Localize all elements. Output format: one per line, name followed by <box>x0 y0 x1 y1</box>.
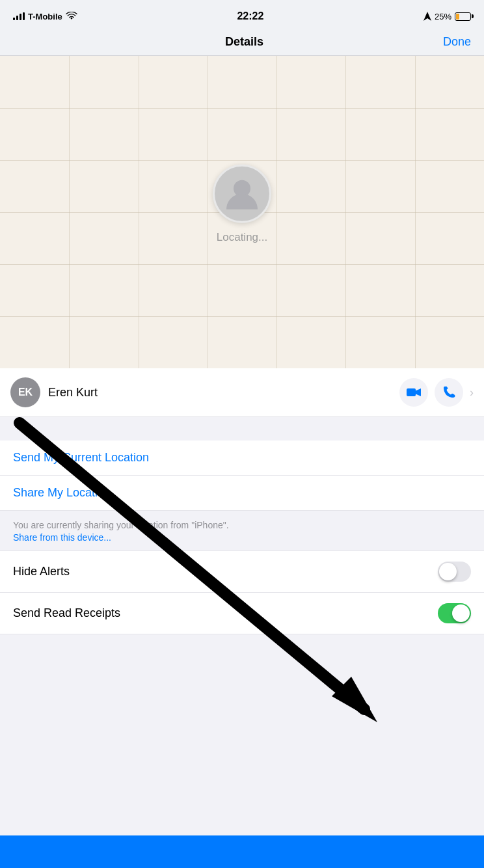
send-read-receipts-thumb <box>452 604 470 622</box>
status-right: 25% <box>424 12 471 21</box>
video-icon <box>407 387 421 398</box>
svg-rect-1 <box>407 388 416 396</box>
bottom-bar <box>0 835 484 868</box>
map-avatar <box>213 165 271 223</box>
battery-percent: 25% <box>435 12 451 21</box>
send-current-location-label: Send My Current Location <box>13 451 149 465</box>
status-left: T-Mobile <box>13 12 77 21</box>
hide-alerts-row: Hide Alerts <box>0 551 484 593</box>
signal-bar-1 <box>13 18 15 20</box>
done-button[interactable]: Done <box>443 35 471 49</box>
signal-bars <box>13 12 25 20</box>
info-text: You are currently sharing your location … <box>13 519 471 532</box>
carrier-name: T-Mobile <box>28 12 62 21</box>
chevron-right-icon: › <box>470 386 474 400</box>
grid-v-6 <box>415 56 416 368</box>
signal-bar-3 <box>20 14 21 20</box>
location-icon <box>424 12 431 21</box>
section-separator-1 <box>0 417 484 441</box>
info-section: You are currently sharing your location … <box>0 511 484 551</box>
send-read-receipts-toggle[interactable] <box>438 603 471 623</box>
contact-name: Eren Kurt <box>48 386 392 400</box>
send-read-receipts-label: Send Read Receipts <box>13 606 120 620</box>
grid-v-5 <box>345 56 346 368</box>
share-location-label: Share My Location <box>13 486 111 500</box>
grid-h-4 <box>0 264 484 265</box>
battery-icon <box>455 12 471 21</box>
phone-call-button[interactable] <box>435 378 463 407</box>
map-area: Locating... <box>0 56 484 368</box>
nav-title: Details <box>225 35 263 49</box>
contact-actions: › <box>399 378 474 407</box>
wifi-icon <box>66 12 77 21</box>
send-read-receipts-row: Send Read Receipts <box>0 593 484 634</box>
grid-h-2 <box>0 160 484 161</box>
video-call-button[interactable] <box>399 378 428 407</box>
locating-text: Locating... <box>217 231 267 244</box>
share-location-item[interactable]: Share My Location <box>0 476 484 511</box>
nav-bar: Details Done <box>0 29 484 56</box>
contact-row: EK Eren Kurt › <box>0 368 484 417</box>
hide-alerts-thumb <box>439 563 457 580</box>
grid-v-2 <box>139 56 139 368</box>
grid-v-3 <box>208 56 208 368</box>
share-from-device-link[interactable]: Share from this device... <box>13 532 471 543</box>
grid-h-1 <box>0 108 484 109</box>
signal-bar-2 <box>16 16 18 20</box>
battery-fill <box>456 14 459 20</box>
signal-bar-4 <box>23 12 25 20</box>
svg-marker-3 <box>332 677 377 722</box>
contact-avatar: EK <box>10 377 40 407</box>
status-time: 22:22 <box>237 10 263 22</box>
hide-alerts-toggle[interactable] <box>438 562 471 582</box>
map-avatar-container: Locating... <box>213 165 271 244</box>
person-silhouette <box>222 174 262 213</box>
screen-container: T-Mobile 22:22 25% Details <box>0 0 484 868</box>
battery-indicator <box>455 12 471 21</box>
grid-h-5 <box>0 316 484 317</box>
phone-icon <box>442 386 455 399</box>
grid-v-4 <box>276 56 277 368</box>
send-current-location-item[interactable]: Send My Current Location <box>0 441 484 476</box>
status-bar: T-Mobile 22:22 25% <box>0 0 484 29</box>
hide-alerts-label: Hide Alerts <box>13 565 70 578</box>
grid-v-1 <box>69 56 70 368</box>
